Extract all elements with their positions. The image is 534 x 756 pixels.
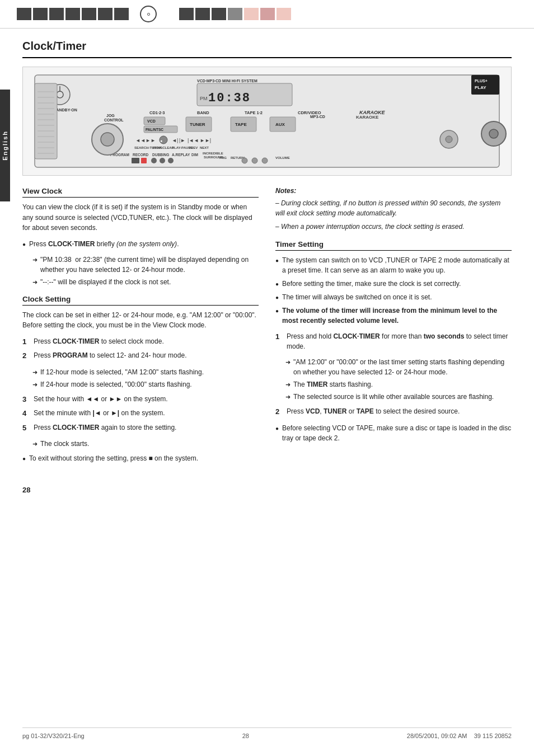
svg-text:VCD: VCD: [147, 119, 156, 123]
timer-b2-text: Before setting the timer, make sure the …: [282, 279, 461, 289]
timer-step-1: 1 Press and hold CLOCK·TIMER for more th…: [275, 331, 512, 351]
step-text-4: Set the minute with |◄ or ►| on the syst…: [34, 408, 165, 418]
footer-page-center: 28: [242, 732, 249, 739]
top-decorative-bar: [0, 0, 534, 29]
vcd-bullet-list: Before selecting VCD or TAPE, make sure …: [275, 423, 512, 443]
arrow-current-time: "PM 10:38 or 22:38" (the current time) w…: [32, 255, 259, 275]
arrow-24h-text: If 24-hour mode is selected, "00:00" sta…: [40, 379, 192, 389]
svg-text:TAPE 1·2: TAPE 1·2: [245, 110, 263, 115]
clock-steps-cont: 3 Set the hour with ◄◄ or ►► on the syst…: [22, 394, 259, 434]
view-clock-bullets: Press CLOCK·TIMER briefly (on the system…: [22, 239, 259, 249]
stripe-r1: [179, 8, 194, 20]
stripe-1: [17, 8, 31, 20]
compass-dot: [147, 13, 150, 16]
top-left-stripes: [17, 8, 129, 20]
arrow-not-set: "--:--" will be displayed if the clock i…: [32, 277, 259, 287]
step-num-2: 2: [22, 350, 29, 361]
step-num-1: 1: [22, 336, 29, 348]
svg-text:DUBBING: DUBBING: [152, 153, 169, 157]
footer-file-info: pg 01-32/V320/21-Eng: [22, 732, 85, 739]
svg-text:PAL/NTSC: PAL/NTSC: [146, 128, 163, 132]
vcd-bullet: Before selecting VCD or TAPE, make sure …: [275, 423, 512, 443]
arrow-12h-text: If 12-hour mode is selected, "AM 12:00" …: [40, 367, 204, 377]
note-1: – During clock setting, if no button is …: [275, 198, 512, 218]
arrow-clock-starts-text: The clock starts.: [40, 439, 89, 449]
svg-rect-52: [141, 158, 147, 163]
timer-step-num-1: 1: [275, 331, 282, 342]
timer-steps-cont: 2 Press VCD, TUNER or TAPE to select the…: [275, 406, 512, 417]
timer-bullet-1: The system can switch on to VCD ,TUNER o…: [275, 255, 512, 275]
exit-text: To exit without storing the setting, pre…: [29, 453, 198, 463]
clock-step-4: 4 Set the minute with |◄ or ►| on the sy…: [22, 408, 259, 419]
clock-step-3: 3 Set the hour with ◄◄ or ►► on the syst…: [22, 394, 259, 405]
svg-text:CD1·2·3: CD1·2·3: [149, 110, 165, 115]
step-num-4: 4: [22, 408, 29, 419]
timer-setting-section: Timer Setting The system can switch on t…: [275, 240, 512, 443]
page-number: 28: [22, 486, 30, 494]
timer-arrow-3-text: The selected source is lit while other a…: [293, 392, 494, 402]
timer-b3-text: The timer will always be switched on onc…: [282, 292, 432, 302]
svg-text:PM: PM: [200, 96, 208, 101]
notes-title: Notes:: [275, 187, 512, 195]
timer-step-2: 2 Press VCD, TUNER or TAPE to select the…: [275, 406, 512, 417]
svg-point-59: [252, 158, 257, 163]
svg-text:RECORD: RECORD: [133, 153, 148, 157]
clock-step-5: 5 Press CLOCK·TIMER again to store the s…: [22, 422, 259, 434]
arrow-12h: If 12-hour mode is selected, "AM 12:00" …: [32, 367, 259, 377]
stripe-5: [82, 8, 96, 20]
timer-b1-text: The system can switch on to VCD ,TUNER o…: [282, 255, 512, 275]
svg-text:|►: |►: [179, 138, 185, 143]
svg-text:AUX: AUX: [275, 122, 285, 127]
svg-point-54: [160, 158, 165, 163]
svg-text:PLAY: PLAY: [475, 85, 486, 90]
timer-bullets: The system can switch on to VCD ,TUNER o…: [275, 255, 512, 326]
page-num-area: 28: [22, 486, 512, 522]
svg-text:INCREDIBLE: INCREDIBLE: [203, 152, 223, 155]
svg-text:►►: ►►: [146, 138, 156, 143]
svg-text:MP3-CD: MP3-CD: [310, 115, 325, 119]
svg-point-67: [446, 136, 452, 143]
arrow-text-2: "--:--" will be displayed if the clock i…: [40, 277, 171, 287]
stripe-r7: [277, 8, 291, 20]
svg-rect-51: [132, 158, 139, 163]
svg-point-63: [489, 129, 498, 138]
step-text-3: Set the hour with ◄◄ or ►► on the system…: [34, 394, 168, 404]
exit-bullet: To exit without storing the setting, pre…: [22, 453, 259, 463]
svg-text:VOLUME: VOLUME: [275, 156, 290, 159]
clock-steps-list: 1 Press CLOCK·TIMER to select clock mode…: [22, 336, 259, 361]
notes-section: Notes: – During clock setting, if no but…: [275, 187, 512, 232]
timer-volume-text: The volume of the timer will increase fr…: [282, 306, 512, 326]
vcd-bullet-text: Before selecting VCD or TAPE, make sure …: [282, 423, 512, 443]
svg-text:◄◄: ◄◄: [135, 138, 146, 143]
timer-step-text-2: Press VCD, TUNER or TAPE to select the d…: [287, 406, 460, 416]
footer-print: 39 115 20852: [474, 732, 512, 739]
arrow-clock-starts: The clock starts.: [32, 439, 259, 449]
bullet-clock-timer: Press CLOCK·TIMER briefly (on the system…: [22, 239, 259, 249]
svg-text:JOG: JOG: [106, 114, 115, 118]
footer-date-info: 28/05/2001, 09:02 AM 39 115 20852: [407, 732, 512, 739]
stripe-4: [65, 8, 80, 20]
timer-bullet-volume: The volume of the timer will increase fr…: [275, 306, 512, 326]
svg-text:PLUS+: PLUS+: [475, 79, 488, 83]
stripe-3: [49, 8, 64, 20]
timer-arrow-3: The selected source is lit while other a…: [285, 392, 512, 402]
arrow-text-1: "PM 10:38 or 22:38" (the current time) w…: [40, 255, 259, 275]
svg-text:►►|: ►►|: [200, 138, 211, 143]
stripe-6: [98, 8, 113, 20]
language-side-tab: English: [0, 90, 10, 201]
svg-text:TAPE: TAPE: [235, 122, 247, 127]
svg-point-53: [151, 158, 157, 163]
right-column: Notes: – During clock setting, if no but…: [275, 187, 512, 469]
svg-text:PREV: PREV: [189, 146, 198, 149]
stripe-r3: [212, 8, 226, 20]
timer-arrow-1: "AM 12:00" or "00:00" or the last timer …: [285, 357, 512, 377]
main-content: Clock/Timer STANDBY·ON VCD·MP3·CD MINI H…: [0, 29, 534, 539]
stripe-r6: [260, 8, 275, 20]
svg-text:|◄◄: |◄◄: [188, 138, 199, 143]
stripe-r2: [195, 8, 210, 20]
clock-step-1: 1 Press CLOCK·TIMER to select clock mode…: [22, 336, 259, 348]
timer-bullet-2: Before setting the timer, make sure the …: [275, 279, 512, 289]
arrow-24h: If 24-hour mode is selected, "00:00" sta…: [32, 379, 259, 389]
timer-arrow-2-text: The TIMER starts flashing.: [293, 379, 373, 389]
timer-arrow-1-text: "AM 12:00" or "00:00" or the last timer …: [293, 357, 512, 377]
